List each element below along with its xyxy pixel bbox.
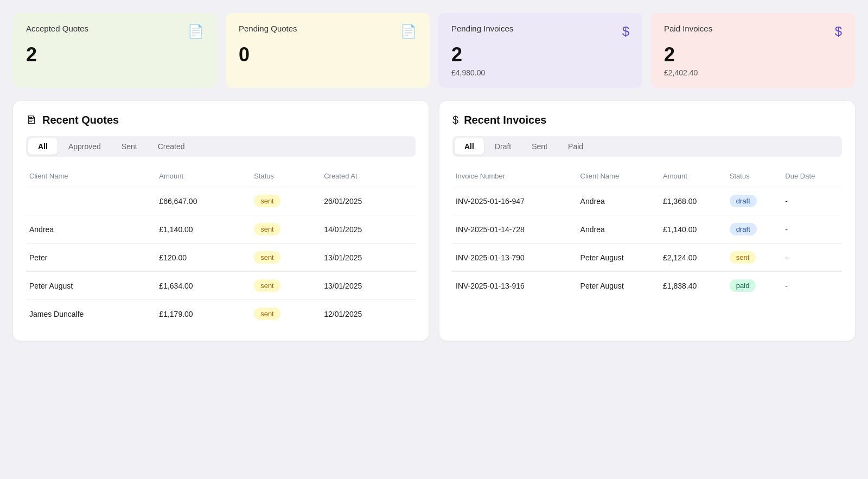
quote-client xyxy=(26,187,156,215)
card-icon-pending-invoices: $ xyxy=(622,24,629,39)
invoices-panel-icon: $ xyxy=(452,114,458,126)
recent-quotes-panel: 🖹 Recent Quotes AllApprovedSentCreated C… xyxy=(13,101,429,341)
invoices-col-invoice-number: Invoice Number xyxy=(452,168,577,187)
quotes-filter-approved[interactable]: Approved xyxy=(59,138,111,155)
table-row[interactable]: £66,647.00 sent 26/01/2025 xyxy=(26,187,416,215)
table-row[interactable]: INV-2025-01-13-790 Peter August £2,124.0… xyxy=(452,244,842,272)
card-icon-pending-quotes: 📄 xyxy=(400,24,417,39)
invoice-status: draft xyxy=(726,215,782,244)
invoice-due-date: - xyxy=(782,215,842,244)
table-row[interactable]: INV-2025-01-14-728 Andrea £1,140.00 draf… xyxy=(452,215,842,244)
status-badge: paid xyxy=(730,279,756,292)
invoice-status: paid xyxy=(726,272,782,300)
quote-status: sent xyxy=(251,244,321,272)
quote-date: 13/01/2025 xyxy=(321,272,416,300)
invoice-amount: £1,140.00 xyxy=(660,215,726,244)
quote-client: James Duncalfe xyxy=(26,300,156,328)
card-icon-accepted-quotes: 📄 xyxy=(188,24,204,39)
quotes-table-head: Client NameAmountStatusCreated At xyxy=(26,168,416,187)
quote-client: Peter August xyxy=(26,272,156,300)
invoice-client: Andrea xyxy=(577,215,660,244)
table-row[interactable]: Peter August £1,634.00 sent 13/01/2025 xyxy=(26,272,416,300)
quotes-filter-all[interactable]: All xyxy=(28,138,58,155)
quotes-col-amount: Amount xyxy=(156,168,251,187)
quotes-col-created-at: Created At xyxy=(321,168,416,187)
quotes-filter-created[interactable]: Created xyxy=(148,138,195,155)
status-badge: sent xyxy=(254,223,280,235)
invoice-amount: £1,838.40 xyxy=(660,272,726,300)
invoices-col-client-name: Client Name xyxy=(577,168,660,187)
quote-date: 13/01/2025 xyxy=(321,244,416,272)
quotes-table: Client NameAmountStatusCreated At £66,64… xyxy=(26,168,416,328)
status-badge: sent xyxy=(254,195,280,207)
invoice-client: Andrea xyxy=(577,187,660,215)
card-sub-paid-invoices: £2,402.40 xyxy=(664,68,842,77)
card-number-pending-quotes: 0 xyxy=(239,43,417,66)
invoices-header-row: Invoice NumberClient NameAmountStatusDue… xyxy=(452,168,842,187)
invoice-number: INV-2025-01-13-790 xyxy=(452,244,577,272)
invoice-status: sent xyxy=(726,244,782,272)
quote-status: sent xyxy=(251,215,321,244)
invoice-amount: £2,124.00 xyxy=(660,244,726,272)
invoice-number: INV-2025-01-13-916 xyxy=(452,272,577,300)
invoices-table-head: Invoice NumberClient NameAmountStatusDue… xyxy=(452,168,842,187)
quote-status: sent xyxy=(251,300,321,328)
quote-client: Andrea xyxy=(26,215,156,244)
invoices-filter-paid[interactable]: Paid xyxy=(558,138,593,155)
status-badge: sent xyxy=(730,251,756,264)
invoices-filter-sent[interactable]: Sent xyxy=(522,138,557,155)
quotes-filter-sent[interactable]: Sent xyxy=(112,138,147,155)
invoices-table-body: INV-2025-01-16-947 Andrea £1,368.00 draf… xyxy=(452,187,842,300)
table-row[interactable]: INV-2025-01-13-916 Peter August £1,838.4… xyxy=(452,272,842,300)
invoice-status: draft xyxy=(726,187,782,215)
quotes-panel-header: 🖹 Recent Quotes xyxy=(26,114,416,126)
quote-date: 12/01/2025 xyxy=(321,300,416,328)
invoices-table: Invoice NumberClient NameAmountStatusDue… xyxy=(452,168,842,299)
quotes-col-status: Status xyxy=(251,168,321,187)
table-row[interactable]: Peter £120.00 sent 13/01/2025 xyxy=(26,244,416,272)
invoices-col-status: Status xyxy=(726,168,782,187)
invoices-filter-draft[interactable]: Draft xyxy=(485,138,521,155)
table-row[interactable]: Andrea £1,140.00 sent 14/01/2025 xyxy=(26,215,416,244)
summary-cards: Accepted Quotes 📄 2 Pending Quotes 📄 0 P… xyxy=(13,13,855,88)
panels-row: 🖹 Recent Quotes AllApprovedSentCreated C… xyxy=(13,101,855,341)
status-badge: draft xyxy=(730,195,757,207)
invoices-panel-title: Recent Invoices xyxy=(464,114,546,126)
card-title-accepted-quotes: Accepted Quotes xyxy=(26,24,88,33)
invoice-due-date: - xyxy=(782,272,842,300)
card-header-paid-invoices: Paid Invoices $ xyxy=(664,24,842,39)
invoice-due-date: - xyxy=(782,187,842,215)
card-number-accepted-quotes: 2 xyxy=(26,43,204,66)
invoices-filter-all[interactable]: All xyxy=(455,138,484,155)
table-row[interactable]: James Duncalfe £1,179.00 sent 12/01/2025 xyxy=(26,300,416,328)
card-paid-invoices: Paid Invoices $ 2 £2,402.40 xyxy=(651,13,855,88)
invoice-amount: £1,368.00 xyxy=(660,187,726,215)
invoices-panel-header: $ Recent Invoices xyxy=(452,114,842,126)
card-accepted-quotes: Accepted Quotes 📄 2 xyxy=(13,13,217,88)
quote-status: sent xyxy=(251,187,321,215)
quote-date: 14/01/2025 xyxy=(321,215,416,244)
invoice-due-date: - xyxy=(782,244,842,272)
card-title-pending-quotes: Pending Quotes xyxy=(239,24,297,33)
card-icon-paid-invoices: $ xyxy=(835,24,842,39)
invoices-filter-bar: AllDraftSentPaid xyxy=(452,136,842,157)
quotes-filter-bar: AllApprovedSentCreated xyxy=(26,136,416,157)
invoices-col-due-date: Due Date xyxy=(782,168,842,187)
status-badge: draft xyxy=(730,223,757,235)
quotes-table-body: £66,647.00 sent 26/01/2025 Andrea £1,140… xyxy=(26,187,416,328)
table-row[interactable]: INV-2025-01-16-947 Andrea £1,368.00 draf… xyxy=(452,187,842,215)
card-title-paid-invoices: Paid Invoices xyxy=(664,24,712,33)
card-title-pending-invoices: Pending Invoices xyxy=(451,24,513,33)
quote-amount: £1,634.00 xyxy=(156,272,251,300)
invoice-client: Peter August xyxy=(577,244,660,272)
card-number-pending-invoices: 2 xyxy=(451,43,629,66)
card-pending-invoices: Pending Invoices $ 2 £4,980.00 xyxy=(438,13,642,88)
invoice-number: INV-2025-01-16-947 xyxy=(452,187,577,215)
quotes-header-row: Client NameAmountStatusCreated At xyxy=(26,168,416,187)
recent-invoices-panel: $ Recent Invoices AllDraftSentPaid Invoi… xyxy=(439,101,855,341)
invoice-number: INV-2025-01-14-728 xyxy=(452,215,577,244)
invoices-col-amount: Amount xyxy=(660,168,726,187)
card-number-paid-invoices: 2 xyxy=(664,43,842,66)
card-sub-pending-invoices: £4,980.00 xyxy=(451,68,629,77)
card-header-accepted-quotes: Accepted Quotes 📄 xyxy=(26,24,204,39)
